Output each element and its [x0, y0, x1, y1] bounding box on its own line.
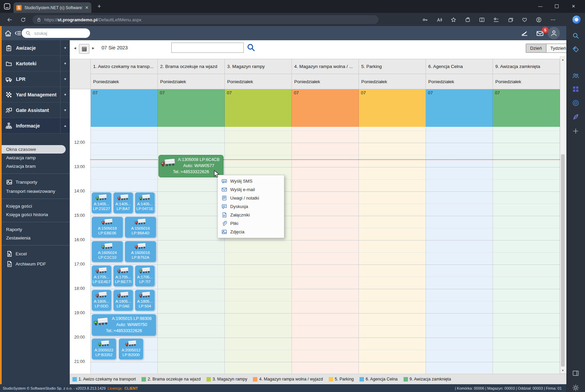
- outlook-icon[interactable]: [571, 98, 580, 108]
- column-body[interactable]: [493, 127, 560, 374]
- column-body[interactable]: [225, 127, 292, 374]
- allday-bar[interactable]: 07: [292, 89, 359, 127]
- sidebar-item-transport-nieawizowany[interactable]: Transport nieawizowany: [2, 187, 70, 195]
- column-body[interactable]: [426, 127, 493, 374]
- allday-bar[interactable]: 07: [91, 89, 158, 127]
- column-body[interactable]: [359, 127, 426, 374]
- sidebar-item-awizacja-ramp[interactable]: Awizacja ramp: [2, 154, 70, 162]
- transport-event[interactable]: A:1805...LP:0AE: [113, 290, 133, 311]
- tab-actions-icon[interactable]: [3, 3, 11, 10]
- sidebar-group-lpr[interactable]: LPR▾: [2, 71, 70, 87]
- url-field[interactable]: https://st.programdemo.pl/DefaultLeftMen…: [32, 15, 378, 24]
- profile-avatar-icon[interactable]: [534, 16, 543, 24]
- column-header-4-magazyn-rampa-wolna[interactable]: 4. Magazyn rampa wolna / ...: [292, 59, 359, 74]
- column-header-1-awizo-czekamy-na-transp[interactable]: 1. Awizo czekamy na transp...: [91, 59, 158, 74]
- prev-day-button[interactable]: ◄: [73, 46, 77, 50]
- refresh-button[interactable]: [19, 16, 27, 24]
- sidebar-group-gate-assistant[interactable]: Gate Assistant▾: [2, 102, 70, 118]
- sidebar-panel-icon[interactable]: [571, 369, 580, 378]
- sidebar-item-okna-czasowe[interactable]: Okna czasowe: [2, 145, 66, 154]
- sidebar-item-raporty[interactable]: Raporty: [2, 225, 70, 234]
- collapse-menu-icon[interactable]: [14, 29, 22, 38]
- transport-event[interactable]: A:1705...LP:EE4E7: [91, 265, 112, 287]
- tab-close-icon[interactable]: ✕: [85, 5, 89, 10]
- sidebar-group-informacje[interactable]: Informacje▴: [2, 118, 70, 134]
- settings-gear-icon[interactable]: [571, 383, 580, 392]
- sidebar-item-transporty[interactable]: Transporty: [2, 177, 70, 187]
- calendar-picker-button[interactable]: [79, 44, 89, 54]
- sidebar-group-awizacje[interactable]: Awizacje▾: [2, 40, 70, 56]
- chevron-up-icon[interactable]: ▴: [60, 118, 70, 133]
- browser-tab[interactable]: S StudioSystem.NET (c) SoftwareSt ✕: [14, 2, 91, 13]
- menu-item-uwagi-notatki[interactable]: Uwagi / notatki: [218, 194, 284, 202]
- transport-event[interactable]: A:1505018LP:EBE06: [91, 216, 123, 238]
- transport-event[interactable]: A:2005022LP:B3352: [91, 338, 116, 360]
- column-header-5-parking[interactable]: 5. Parking: [359, 59, 426, 74]
- search-icon[interactable]: [571, 31, 580, 40]
- sidebar-group-yard-management[interactable]: Yard Management▾: [2, 87, 70, 102]
- column-body[interactable]: [292, 127, 359, 374]
- sidebar-item-excel[interactable]: Excel: [2, 249, 70, 259]
- calendar-search-icon[interactable]: [246, 43, 256, 52]
- microsoft365-icon[interactable]: [571, 85, 580, 94]
- app-search[interactable]: [22, 28, 90, 38]
- transport-event[interactable]: A:1605024LP:C1C10: [91, 241, 123, 262]
- sidebar-group-kartoteki[interactable]: Kartoteki▾: [2, 56, 70, 71]
- airplane-icon[interactable]: [521, 29, 529, 38]
- sidebar-item-archiwum-pdf[interactable]: Archiwum PDF: [2, 259, 70, 269]
- menu-item-załączniki[interactable]: Załączniki: [218, 211, 284, 219]
- transport-event[interactable]: A:1705...LP:BE77I: [113, 265, 133, 287]
- transport-event[interactable]: A:1405...LP:BA7: [113, 192, 133, 214]
- column-header-2-brama-oczekuje-na-wjazd[interactable]: 2. Brama oczekuje na wjazd: [158, 59, 225, 74]
- home-icon[interactable]: [4, 29, 13, 38]
- transport-event[interactable]: A:1805...LP:0DD: [91, 290, 112, 311]
- allday-bar[interactable]: 07: [225, 89, 292, 127]
- sidebar-item-awizacja-bram[interactable]: Awizacja bram: [2, 162, 70, 170]
- add-favorite-icon[interactable]: [449, 16, 458, 24]
- next-day-button[interactable]: ►: [91, 46, 95, 50]
- window-maximize-button[interactable]: [550, 2, 563, 11]
- chevron-down-icon[interactable]: ▾: [60, 87, 70, 102]
- sidebar-item-zestawienia[interactable]: Zestawienia: [2, 234, 70, 242]
- window-minimize-button[interactable]: —: [534, 2, 546, 11]
- people-icon[interactable]: [571, 71, 580, 80]
- transport-event[interactable]: A:1605016LP:B752A: [125, 241, 156, 262]
- transport-event[interactable]: A:1805...LP:504: [135, 290, 155, 311]
- column-header-6-agencja-celna[interactable]: 6. Agencja Celna: [426, 59, 493, 74]
- split-screen-icon[interactable]: [477, 16, 486, 24]
- new-tab-button[interactable]: +: [96, 3, 103, 10]
- read-aloud-icon[interactable]: [435, 16, 443, 24]
- transport-event[interactable]: A:1705...LP:7I7: [135, 265, 155, 287]
- window-close-button[interactable]: ✕: [567, 2, 580, 11]
- menu-item-wyślij-sms[interactable]: Wyślij SMS: [218, 177, 284, 185]
- transport-event[interactable]: A:1405...LP:21E27: [91, 192, 112, 214]
- menu-item-dyskusja[interactable]: Dyskusja: [218, 202, 284, 211]
- chevron-down-icon[interactable]: ▾: [60, 40, 70, 55]
- transport-event[interactable]: A:2005012LP:B2000: [118, 338, 144, 360]
- column-header-3-magazyn-rampy[interactable]: 3. Magazyn rampy: [225, 59, 292, 74]
- chevron-down-icon[interactable]: ▾: [60, 56, 70, 71]
- allday-bar[interactable]: 07: [359, 89, 426, 127]
- menu-item-wyślij-e-mail[interactable]: Wyślij e-mail: [218, 185, 284, 194]
- collections-icon[interactable]: [506, 16, 515, 24]
- app-search-input[interactable]: [34, 30, 82, 36]
- settings-more-icon[interactable]: [548, 16, 557, 24]
- column-header-9-awizacja-zamknięta[interactable]: 9. Awizacja zamknięta: [493, 59, 560, 74]
- calendar-search-input[interactable]: [171, 43, 244, 53]
- key-icon[interactable]: [420, 16, 429, 24]
- scroll-down-icon[interactable]: ▼: [560, 368, 565, 373]
- transport-event[interactable]: A:1405...LP:0471E: [135, 192, 155, 214]
- allday-bar[interactable]: 07: [493, 89, 560, 127]
- menu-item-pliki[interactable]: Pliki: [218, 219, 284, 228]
- chevron-down-icon[interactable]: ▾: [60, 71, 70, 87]
- menu-item-zdjęcia[interactable]: Zdjęcia: [218, 228, 284, 236]
- sidebar-item-księga-gości[interactable]: Księga gości: [2, 202, 70, 210]
- back-button[interactable]: [5, 16, 14, 24]
- extensions-icon[interactable]: [463, 16, 472, 24]
- transport-event[interactable]: A:1505016LP:88A4D: [125, 216, 156, 238]
- add-icon[interactable]: [571, 126, 580, 136]
- allday-bar[interactable]: 07: [426, 89, 493, 127]
- chevron-down-icon[interactable]: ▾: [60, 102, 70, 118]
- allday-bar[interactable]: 07: [158, 89, 225, 127]
- day-view-button[interactable]: Dzień: [526, 44, 546, 53]
